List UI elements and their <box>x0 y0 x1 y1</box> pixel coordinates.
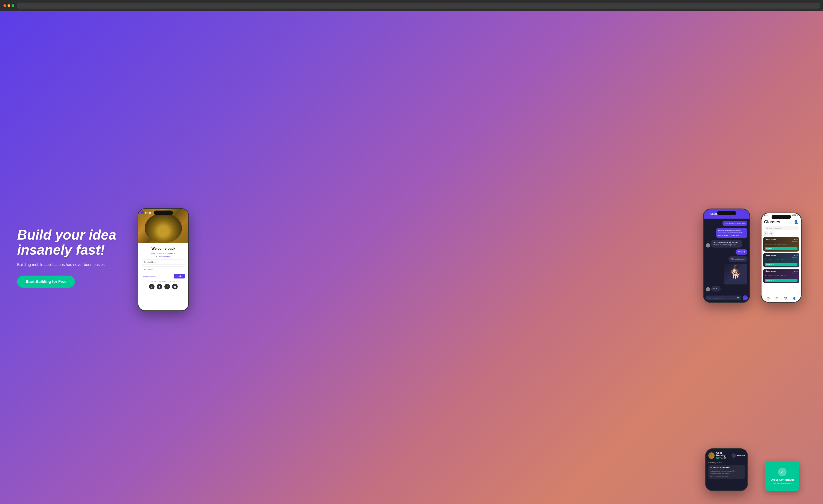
social-text: Or use a social account to login <box>142 280 185 282</box>
filter-icon-1[interactable]: ≡ <box>764 231 768 236</box>
login-sub: Login to your account below or Create Ac… <box>142 252 185 258</box>
phones-area: 🐾 sniff Welcome back Login to your accou… <box>116 11 806 504</box>
nav-home-icon[interactable]: 🏠 <box>766 297 770 300</box>
message-3: Yeo I could see that. By the way, what d… <box>711 240 743 247</box>
health-user: Good Morning Olivia 🤎 <box>708 452 731 460</box>
back-icon[interactable]: ← <box>706 212 709 215</box>
nav-calendar-icon[interactable]: 📅 <box>784 297 787 300</box>
sniff-logo: 🐾 sniff <box>140 211 151 214</box>
fullscreen-dot[interactable] <box>12 4 14 7</box>
login-button[interactable]: Login <box>174 274 185 279</box>
social-icons: G f ♪ ☎ <box>142 284 185 290</box>
dog-magic-image <box>724 264 747 284</box>
events-title: Upcoming Events <box>708 462 745 464</box>
create-account-link[interactable]: Create Account <box>158 255 171 257</box>
hero-section: Build your idea insanely fast! Building … <box>0 11 823 504</box>
event-name: Doctors Appointment <box>710 467 736 469</box>
classes-screen: 9:41 ▲ WiFi 🔋 Classes 👤 🔍 Search classes… <box>762 213 801 302</box>
message-6-row: Bruh... <box>706 286 747 292</box>
health-top: Good Morning Olivia 🤎 ⚕ Health.ai <box>708 452 745 460</box>
status-time: 9:41 <box>764 214 768 216</box>
search-bar[interactable]: 🔍 Search classes... <box>764 226 799 230</box>
health-logo-icon: ⚕ <box>731 454 736 458</box>
health-greeting-block: Good Morning Olivia 🤎 <box>716 452 732 460</box>
chat-phone-notch <box>717 211 736 215</box>
class-time-1: 10:0 Thursday <box>792 239 798 242</box>
health-username: Olivia 🤎 <box>716 457 732 460</box>
message-6: Bruh... <box>711 286 720 292</box>
chat-screen: ← [display_name] ⋮ Duh! It's such a usef… <box>704 209 750 302</box>
health-screen: Good Morning Olivia 🤎 ⚕ Health.ai Upcomi… <box>706 449 747 491</box>
filter-icon-2[interactable]: ⊞ <box>769 231 774 236</box>
health-event-card: Doctors Appointment Convulsive disorder … <box>708 465 745 479</box>
forgot-password-link[interactable]: Forgot Password? <box>142 275 156 277</box>
message-5: A labracadabrador! <box>728 257 747 262</box>
phone-health: Good Morning Olivia 🤎 ⚕ Health.ai Upcomi… <box>705 448 748 491</box>
nav-classes-icon[interactable]: 📋 <box>775 297 779 300</box>
chat-messages: Duh! It's such a useful tool. But I've h… <box>704 218 750 294</box>
address-bar[interactable] <box>17 3 820 9</box>
google-icon[interactable]: G <box>149 284 155 290</box>
class-card-1: Class Name 30m | High Intensity | Indoor… <box>763 237 799 251</box>
health-avatar <box>708 452 714 459</box>
facebook-icon[interactable]: f <box>157 284 162 290</box>
reserve-button-2[interactable]: Reserve → <box>765 263 798 266</box>
message-3-row: Yeo I could see that. By the way, what d… <box>706 240 747 247</box>
phone-chat: ← [display_name] ⋮ Duh! It's such a usef… <box>703 208 750 303</box>
classes-nav: 🏠 📋 📅 👤 <box>762 295 801 302</box>
class-tags-3: 30m | High Intensity | Indoor / Outdoor <box>765 275 798 277</box>
music-icon[interactable]: ♪ <box>164 284 170 290</box>
message-4: What? 🐶 <box>735 249 747 255</box>
reserve-button-1[interactable]: Reserve → <box>765 247 798 250</box>
nav-profile-icon[interactable]: 👤 <box>793 297 796 300</box>
reserve-button-3[interactable]: Reserve → <box>765 279 798 282</box>
chat-input-field[interactable]: Type message here 📷 <box>705 296 742 300</box>
event-arrow-icon: › <box>742 470 743 473</box>
login-forgot-row: Forgot Password? Login <box>142 274 185 279</box>
classes-title: Classes <box>764 219 780 224</box>
message-2: But I've heard the devs have a weird sen… <box>716 228 748 238</box>
close-dot[interactable] <box>3 4 6 7</box>
search-placeholder: Search classes... <box>769 227 782 229</box>
order-title: Order Confirmed! <box>771 478 794 481</box>
hero-subtitle: Building mobile applications has never b… <box>17 263 116 267</box>
class-card-3: Class Name 30m | High Intensity | Indoor… <box>763 269 799 283</box>
left-content: Build your idea insanely fast! Building … <box>17 227 116 288</box>
order-subtitle: Your order has been placed <box>771 483 794 485</box>
camera-icon: 📷 <box>737 297 739 299</box>
classes-phone-notch <box>772 215 791 219</box>
phone-icon[interactable]: ☎ <box>172 284 178 290</box>
event-date: Jul 26, 10:00am · For You <box>710 476 736 477</box>
browser-chrome <box>0 0 823 11</box>
user-icon: 👤 <box>794 220 798 224</box>
class-tags-1: 30m | High Intensity | Indoor / Outdoor <box>765 243 798 245</box>
send-button[interactable]: → <box>743 295 748 300</box>
order-confirmed-card: ✓ Order Confirmed! Your order has been p… <box>765 461 799 491</box>
phone-classes: 9:41 ▲ WiFi 🔋 Classes 👤 🔍 Search classes… <box>761 212 802 303</box>
login-body: Welcome back Login to your account below… <box>138 243 188 311</box>
message-1: Duh! It's such a useful tool. <box>722 221 747 226</box>
password-input[interactable] <box>142 267 185 272</box>
minimize-dot[interactable] <box>7 4 10 7</box>
more-icon[interactable]: ⋮ <box>744 212 747 215</box>
class-tags-2: 30m | High Intensity | Indoor / Outdoor <box>765 259 798 261</box>
health-logo: ⚕ Health.ai <box>731 454 745 458</box>
health-greeting: Good Morning <box>716 452 732 457</box>
cta-button[interactable]: Start Building for Free <box>17 276 75 288</box>
chat-avatar-2 <box>706 287 710 292</box>
class-time-3: 10:0 Thursday <box>792 271 798 274</box>
class-time-2: 10:0 Thursday <box>792 255 798 258</box>
event-desc: Convulsive disorder that does something … <box>710 469 736 474</box>
filter-icons: ≡ ⊞ <box>762 231 801 237</box>
sniff-logo-text: sniff <box>145 211 151 214</box>
phone-notch <box>154 211 173 215</box>
email-input[interactable] <box>142 259 185 265</box>
login-screen: 🐾 sniff Welcome back Login to your accou… <box>138 209 188 311</box>
order-check-icon: ✓ <box>778 468 787 476</box>
health-event-content: Doctors Appointment Convulsive disorder … <box>710 467 736 477</box>
phone-login: 🐾 sniff Welcome back Login to your accou… <box>138 208 189 311</box>
sniff-logo-icon: 🐾 <box>140 211 144 214</box>
chat-avatar <box>706 243 710 247</box>
browser-dots <box>3 4 14 7</box>
health-app-name: Health.ai <box>736 455 745 457</box>
